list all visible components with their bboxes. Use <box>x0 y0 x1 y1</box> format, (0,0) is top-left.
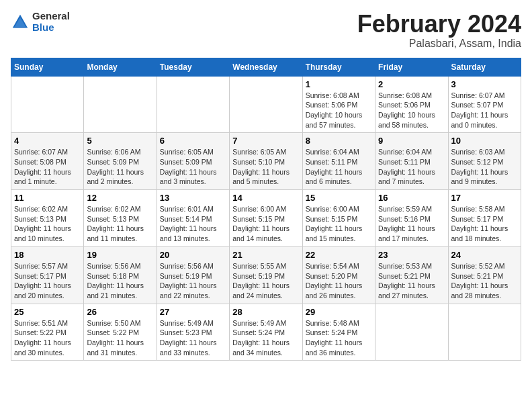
day-info: Sunrise: 5:54 AM Sunset: 5:20 PM Dayligh… <box>306 261 372 301</box>
calendar-header: SundayMondayTuesdayWednesdayThursdayFrid… <box>11 58 521 76</box>
day-cell: 23Sunrise: 5:53 AM Sunset: 5:21 PM Dayli… <box>375 246 448 304</box>
logo: General Blue <box>11 11 70 33</box>
week-row-2: 11Sunrise: 6:02 AM Sunset: 5:13 PM Dayli… <box>11 190 521 247</box>
day-info: Sunrise: 5:56 AM Sunset: 5:18 PM Dayligh… <box>87 261 153 301</box>
day-cell: 18Sunrise: 5:57 AM Sunset: 5:17 PM Dayli… <box>11 246 84 304</box>
header-cell-friday: Friday <box>375 58 448 76</box>
day-number: 4 <box>14 136 81 146</box>
day-cell: 10Sunrise: 6:03 AM Sunset: 5:12 PM Dayli… <box>448 133 521 190</box>
day-number: 16 <box>378 193 445 203</box>
day-info: Sunrise: 6:04 AM Sunset: 5:11 PM Dayligh… <box>378 147 445 187</box>
day-info: Sunrise: 5:53 AM Sunset: 5:21 PM Dayligh… <box>378 261 445 301</box>
header: General Blue February 2024 Palasbari, As… <box>11 11 521 50</box>
day-info: Sunrise: 6:08 AM Sunset: 5:06 PM Dayligh… <box>306 91 372 130</box>
day-info: Sunrise: 6:05 AM Sunset: 5:10 PM Dayligh… <box>232 147 299 187</box>
title-location: Palasbari, Assam, India <box>357 38 521 50</box>
header-cell-saturday: Saturday <box>448 58 521 76</box>
day-cell: 29Sunrise: 5:48 AM Sunset: 5:24 PM Dayli… <box>302 304 375 361</box>
header-cell-tuesday: Tuesday <box>157 58 229 76</box>
week-row-0: 1Sunrise: 6:08 AM Sunset: 5:06 PM Daylig… <box>11 76 521 133</box>
day-info: Sunrise: 5:58 AM Sunset: 5:17 PM Dayligh… <box>451 204 518 244</box>
day-cell: 4Sunrise: 6:07 AM Sunset: 5:08 PM Daylig… <box>11 133 84 190</box>
day-cell <box>157 76 229 133</box>
logo-icon <box>11 13 30 32</box>
day-number: 6 <box>160 136 226 146</box>
day-number: 2 <box>378 79 445 89</box>
day-info: Sunrise: 5:55 AM Sunset: 5:19 PM Dayligh… <box>232 261 299 301</box>
day-number: 8 <box>306 136 372 146</box>
calendar-body: 1Sunrise: 6:08 AM Sunset: 5:06 PM Daylig… <box>11 76 521 361</box>
day-number: 3 <box>451 79 518 89</box>
day-info: Sunrise: 6:02 AM Sunset: 5:13 PM Dayligh… <box>14 204 81 244</box>
header-cell-sunday: Sunday <box>11 58 84 76</box>
day-number: 1 <box>306 79 372 89</box>
week-row-4: 25Sunrise: 5:51 AM Sunset: 5:22 PM Dayli… <box>11 304 521 361</box>
day-number: 20 <box>160 250 226 260</box>
day-info: Sunrise: 6:06 AM Sunset: 5:09 PM Dayligh… <box>87 147 153 187</box>
day-cell <box>11 76 84 133</box>
day-cell: 9Sunrise: 6:04 AM Sunset: 5:11 PM Daylig… <box>375 133 448 190</box>
day-cell: 2Sunrise: 6:08 AM Sunset: 5:06 PM Daylig… <box>375 76 448 133</box>
week-row-1: 4Sunrise: 6:07 AM Sunset: 5:08 PM Daylig… <box>11 133 521 190</box>
day-number: 21 <box>232 250 299 260</box>
day-cell: 1Sunrise: 6:08 AM Sunset: 5:06 PM Daylig… <box>302 76 375 133</box>
logo-text: General Blue <box>32 11 70 33</box>
day-number: 10 <box>451 136 518 146</box>
day-info: Sunrise: 6:07 AM Sunset: 5:08 PM Dayligh… <box>14 147 81 187</box>
day-info: Sunrise: 5:50 AM Sunset: 5:22 PM Dayligh… <box>87 318 153 358</box>
day-cell: 26Sunrise: 5:50 AM Sunset: 5:22 PM Dayli… <box>84 304 157 361</box>
day-cell: 25Sunrise: 5:51 AM Sunset: 5:22 PM Dayli… <box>11 304 84 361</box>
day-cell: 5Sunrise: 6:06 AM Sunset: 5:09 PM Daylig… <box>84 133 157 190</box>
day-info: Sunrise: 5:49 AM Sunset: 5:23 PM Dayligh… <box>160 318 226 358</box>
day-info: Sunrise: 6:00 AM Sunset: 5:15 PM Dayligh… <box>306 204 372 244</box>
day-number: 23 <box>378 250 445 260</box>
day-number: 18 <box>14 250 81 260</box>
day-info: Sunrise: 5:57 AM Sunset: 5:17 PM Dayligh… <box>14 261 81 301</box>
day-info: Sunrise: 5:52 AM Sunset: 5:21 PM Dayligh… <box>451 261 518 301</box>
day-cell: 21Sunrise: 5:55 AM Sunset: 5:19 PM Dayli… <box>230 246 302 304</box>
day-info: Sunrise: 6:02 AM Sunset: 5:13 PM Dayligh… <box>87 204 153 244</box>
day-number: 19 <box>87 250 153 260</box>
day-info: Sunrise: 6:03 AM Sunset: 5:12 PM Dayligh… <box>451 147 518 187</box>
day-info: Sunrise: 6:04 AM Sunset: 5:11 PM Dayligh… <box>306 147 372 187</box>
day-cell: 17Sunrise: 5:58 AM Sunset: 5:17 PM Dayli… <box>448 190 521 247</box>
day-cell: 16Sunrise: 5:59 AM Sunset: 5:16 PM Dayli… <box>375 190 448 247</box>
header-cell-thursday: Thursday <box>302 58 375 76</box>
day-cell: 3Sunrise: 6:07 AM Sunset: 5:07 PM Daylig… <box>448 76 521 133</box>
day-number: 17 <box>451 193 518 203</box>
day-cell: 12Sunrise: 6:02 AM Sunset: 5:13 PM Dayli… <box>84 190 157 247</box>
day-number: 25 <box>14 307 81 317</box>
header-cell-wednesday: Wednesday <box>230 58 302 76</box>
day-number: 13 <box>160 193 226 203</box>
day-number: 26 <box>87 307 153 317</box>
day-number: 15 <box>306 193 372 203</box>
day-number: 28 <box>232 307 299 317</box>
day-cell: 7Sunrise: 6:05 AM Sunset: 5:10 PM Daylig… <box>230 133 302 190</box>
day-number: 11 <box>14 193 81 203</box>
day-number: 7 <box>232 136 299 146</box>
week-row-3: 18Sunrise: 5:57 AM Sunset: 5:17 PM Dayli… <box>11 246 521 304</box>
day-info: Sunrise: 6:08 AM Sunset: 5:06 PM Dayligh… <box>378 91 445 130</box>
day-number: 9 <box>378 136 445 146</box>
day-cell: 24Sunrise: 5:52 AM Sunset: 5:21 PM Dayli… <box>448 246 521 304</box>
day-cell: 8Sunrise: 6:04 AM Sunset: 5:11 PM Daylig… <box>302 133 375 190</box>
day-cell: 6Sunrise: 6:05 AM Sunset: 5:09 PM Daylig… <box>157 133 229 190</box>
day-number: 24 <box>451 250 518 260</box>
logo-blue: Blue <box>32 22 70 34</box>
calendar-table: SundayMondayTuesdayWednesdayThursdayFrid… <box>11 58 521 361</box>
day-info: Sunrise: 5:59 AM Sunset: 5:16 PM Dayligh… <box>378 204 445 244</box>
day-cell: 22Sunrise: 5:54 AM Sunset: 5:20 PM Dayli… <box>302 246 375 304</box>
day-info: Sunrise: 5:56 AM Sunset: 5:19 PM Dayligh… <box>160 261 226 301</box>
logo-general: General <box>32 11 70 22</box>
title-month: February 2024 <box>357 11 521 38</box>
day-cell: 14Sunrise: 6:00 AM Sunset: 5:15 PM Dayli… <box>230 190 302 247</box>
day-cell <box>448 304 521 361</box>
day-info: Sunrise: 6:07 AM Sunset: 5:07 PM Dayligh… <box>451 91 518 130</box>
day-number: 5 <box>87 136 153 146</box>
day-cell <box>375 304 448 361</box>
header-cell-monday: Monday <box>84 58 157 76</box>
day-cell <box>230 76 302 133</box>
day-cell: 19Sunrise: 5:56 AM Sunset: 5:18 PM Dayli… <box>84 246 157 304</box>
day-cell: 27Sunrise: 5:49 AM Sunset: 5:23 PM Dayli… <box>157 304 229 361</box>
day-info: Sunrise: 5:49 AM Sunset: 5:24 PM Dayligh… <box>232 318 299 358</box>
